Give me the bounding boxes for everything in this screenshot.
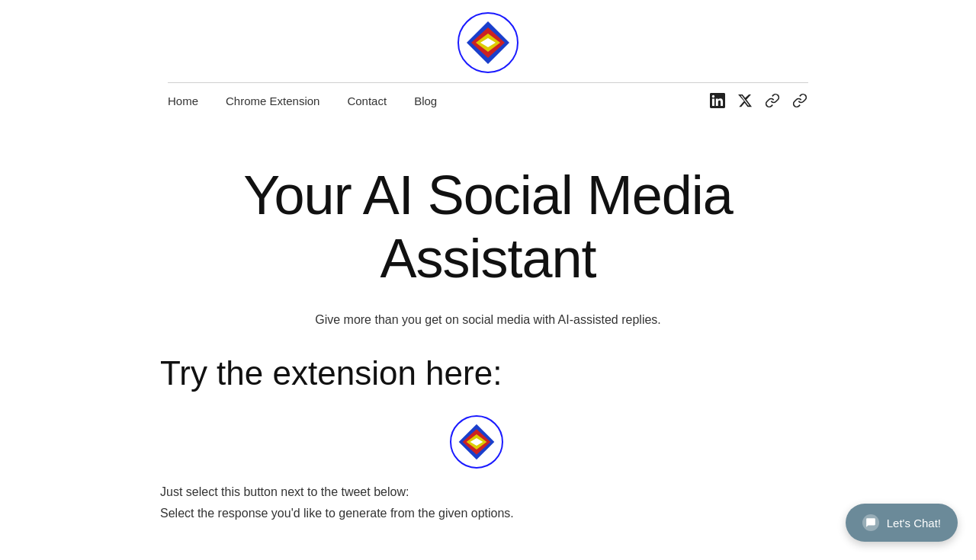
header: Home Chrome Extension Contact Blog — [0, 0, 976, 118]
site-logo[interactable] — [458, 12, 518, 73]
hero-title: Your AI Social Media Assistant — [160, 164, 816, 290]
chat-button-label: Let's Chat! — [887, 517, 941, 530]
nav-links: Home Chrome Extension Contact Blog — [168, 94, 437, 107]
nav-home[interactable]: Home — [168, 94, 198, 107]
main-content: Your AI Social Media Assistant Give more… — [145, 118, 831, 558]
try-extension-heading: Try the extension here: — [160, 354, 816, 392]
instruction-text-2: Select the response you'd like to genera… — [160, 507, 816, 520]
link-icon-2[interactable] — [791, 92, 808, 109]
twitter-icon[interactable] — [737, 92, 753, 109]
instruction-text-1: Just select this button next to the twee… — [160, 485, 816, 499]
extension-demo-button[interactable] — [450, 415, 503, 469]
nav-blog[interactable]: Blog — [414, 94, 437, 107]
nav-bar: Home Chrome Extension Contact Blog — [168, 83, 808, 118]
nav-social-icons — [709, 92, 808, 109]
chat-icon — [862, 514, 879, 531]
chat-button[interactable]: Let's Chat! — [846, 504, 958, 542]
link-icon-1[interactable] — [764, 92, 781, 109]
hero-subtitle: Give more than you get on social media w… — [315, 313, 661, 327]
nav-contact[interactable]: Contact — [347, 94, 387, 107]
linkedin-icon[interactable] — [709, 92, 726, 109]
nav-chrome-extension[interactable]: Chrome Extension — [226, 94, 319, 107]
